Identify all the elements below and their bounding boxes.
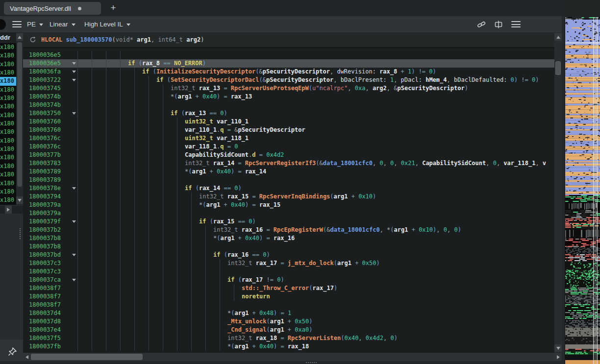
code-line[interactable]: 18000377bCapabilitySidCount.d = 0x4d2 (23, 151, 554, 159)
code-token: rax_8 (142, 60, 160, 67)
code-line[interactable]: 180003783int32_t rax_14 = RpcServerRegis… (23, 159, 554, 168)
indent-guide (134, 68, 135, 76)
scroll-left-button[interactable] (23, 353, 30, 361)
code-token: 0x40 (217, 168, 231, 175)
code-line[interactable]: 18000378eif (rax_14 == 0) (23, 184, 554, 193)
link-icon[interactable] (477, 20, 486, 29)
scroll-right-button[interactable] (5, 206, 12, 214)
code-token: 0x4d2 (366, 335, 383, 341)
code-line[interactable]: 180003745int32_t rax_13 = RpcServerUsePr… (23, 84, 554, 93)
sidebar-vertical-scrollbar[interactable] (16, 32, 23, 205)
refresh-icon[interactable] (29, 36, 36, 43)
menu-linear[interactable]: Linear (50, 16, 75, 32)
code-line[interactable]: 1800037bdif (rax_16 == 0) (23, 251, 554, 259)
code-line[interactable]: 1800038f7noreturn (23, 292, 554, 301)
indent-guide (92, 168, 92, 176)
hlil-code-view[interactable]: 1800036e51800036e5if (rax_8 == NO_ERROR)… (23, 49, 554, 353)
code-token: rax_17 (242, 276, 263, 283)
splitter-handle[interactable] (20, 228, 21, 239)
fold-arrow-icon[interactable] (72, 187, 76, 190)
code-line[interactable]: 1800037c3int32_t rax_17 = j_mtx_do_lock(… (23, 259, 554, 267)
panel-menu-icon[interactable] (511, 21, 521, 27)
code-line[interactable]: 18000379a (23, 209, 554, 218)
code-line[interactable]: 180003722if (SetSecurityDescriptorDacl(&… (23, 76, 554, 84)
scrollbar-thumb[interactable] (31, 354, 143, 360)
scrollbar-thumb[interactable] (17, 42, 22, 187)
code-line[interactable]: 18000374b*(arg1 + 0x40) = rax_13 (23, 93, 554, 101)
indent-guide (163, 226, 163, 234)
feature-map[interactable] (565, 0, 600, 364)
sidebar-horizontal-scrollbar[interactable] (0, 206, 23, 214)
fold-arrow-icon[interactable] (72, 254, 76, 256)
indent-guide (205, 234, 206, 243)
code-line[interactable]: 1800036e5if (rax_8 == NO_ERROR) (23, 59, 554, 68)
menu-icon[interactable] (12, 21, 22, 27)
code-line[interactable]: 180003750if (rax_13 == 0) (23, 109, 554, 118)
address-label: 1800037c3 (29, 267, 61, 276)
code-line[interactable]: 180003760var_110_1.q = &pSecurityDescrip… (23, 126, 554, 134)
code-line[interactable]: 1800038f7std::_Throw_C_error(rax_17) (23, 284, 554, 292)
indent-guide (120, 226, 121, 234)
code-line[interactable]: 180003789 (23, 176, 554, 184)
code-line[interactable]: 18000376cuint32_t var_118_1 (23, 134, 554, 143)
file-tab[interactable]: VantageRpcServer.dll (4, 2, 101, 15)
code-line[interactable]: 1800036faif (InitializeSecurityDescripto… (23, 68, 554, 76)
code-line[interactable]: 1800037c3 (23, 267, 554, 276)
menu-pe[interactable]: PE (27, 16, 43, 32)
function-signature[interactable]: HLOCAL sub_180003570(void* arg1, int64_t… (41, 36, 204, 43)
bottom-splitter[interactable] (0, 361, 562, 364)
pin-icon[interactable] (7, 346, 18, 357)
code-text: int32_t rax_18 = RpcServerListen(0x40, 0… (227, 334, 398, 342)
code-line[interactable]: 1800037b2int32_t rax_16 = RpcEpRegisterW… (23, 226, 554, 234)
code-token: = (224, 143, 235, 150)
code-line[interactable]: 1800038f7 (23, 301, 554, 309)
code-line[interactable]: 1800037caif (rax_17 != 0) (23, 276, 554, 284)
fold-arrow-icon[interactable] (72, 112, 76, 115)
code-text: if (rax_13 == 0) (171, 109, 227, 118)
code-token: , & (387, 85, 398, 92)
new-tab-button[interactable]: + (107, 1, 120, 14)
fold-arrow-icon[interactable] (72, 279, 76, 281)
scroll-right-button[interactable] (554, 353, 562, 361)
scroll-down-button[interactable] (554, 344, 562, 352)
code-line[interactable]: 1800037d4*(arg1 + 0x48) = 1 (23, 309, 554, 317)
code-token: int32_t (213, 226, 242, 233)
code-line[interactable]: 18000379fif (rax_15 == 0) (23, 218, 554, 226)
fold-arrow-icon[interactable] (72, 62, 76, 65)
scroll-up-button[interactable] (16, 33, 23, 41)
code-token: = (277, 343, 288, 350)
scroll-down-button[interactable] (16, 196, 23, 204)
code-line[interactable]: 180003794int32_t rax_15 = RpcServerInqBi… (23, 193, 554, 201)
indent-guide (177, 126, 177, 134)
code-line[interactable]: 1800036e5 (23, 51, 554, 59)
indent-guide (77, 126, 78, 134)
code-line[interactable]: 1800037f5int32_t rax_18 = RpcServerListe… (23, 334, 554, 342)
code-line[interactable]: 180003760uint32_t var_110_1 (23, 118, 554, 126)
address-label: 1800037b2 (29, 226, 61, 234)
code-token: rax_17 (256, 260, 277, 267)
code-line[interactable]: 1800037fb*(arg1 + 0x40) = rax_18 (23, 342, 554, 351)
menu-il-level[interactable]: High Level IL (84, 16, 130, 32)
code-line[interactable]: 1800037d8_Mtx_unlock(arg1 + 0x50) (23, 317, 554, 326)
code-token: rax_14 (199, 185, 220, 192)
indent-guide (163, 317, 163, 326)
indent-guide (77, 193, 78, 201)
code-line[interactable]: 1800037b8*(arg1 + 0x40) = rax_16 (23, 234, 554, 243)
fold-arrow-icon[interactable] (72, 79, 76, 81)
code-line[interactable]: 180003789*(arg1 + 0x40) = rax_14 (23, 168, 554, 176)
code-vertical-scrollbar[interactable] (554, 32, 562, 353)
split-view-icon[interactable] (494, 20, 503, 29)
code-line[interactable]: 18000379a*(arg1 + 0x40) = rax_15 (23, 201, 554, 209)
fold-arrow-icon[interactable] (72, 71, 76, 73)
code-line[interactable]: 18000374b (23, 101, 554, 109)
code-horizontal-scrollbar[interactable] (23, 353, 562, 361)
scrollbar-thumb[interactable] (555, 61, 561, 75)
code-line[interactable]: 1800037e4_Cnd_signal(arg1 + 0xa0) (23, 326, 554, 334)
indent-guide (92, 334, 92, 342)
code-line[interactable]: 1800037b8 (23, 243, 554, 251)
scroll-up-button[interactable] (554, 33, 562, 41)
indent-guide (134, 184, 135, 193)
code-line[interactable]: 18000376cvar_118_1.q = 0 (23, 143, 554, 151)
code-token: , (330, 68, 337, 75)
fold-arrow-icon[interactable] (72, 220, 76, 223)
